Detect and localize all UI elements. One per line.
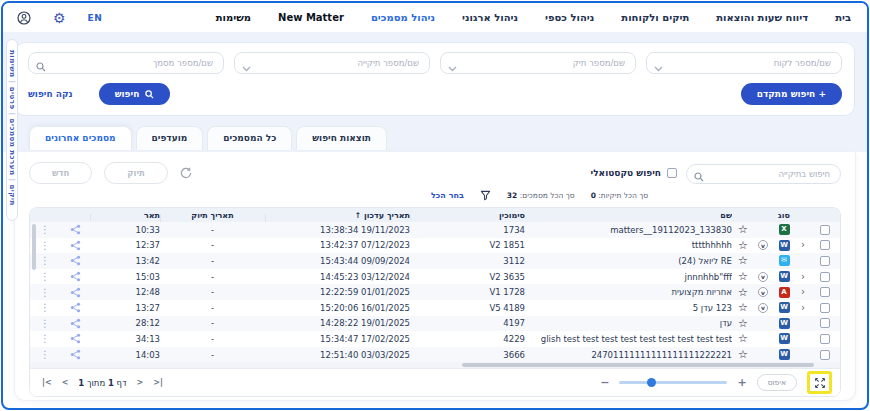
zoom-slider-thumb[interactable] (647, 378, 656, 387)
expand-chevron-icon[interactable]: ‹ (796, 303, 810, 313)
reset-button[interactable]: איפוס (757, 374, 797, 391)
nav-item-3[interactable]: ניהול כספי (545, 12, 594, 23)
row-menu-kebab-icon[interactable]: ⋮ (30, 318, 60, 329)
vertical-scrollbar[interactable] (32, 224, 36, 270)
col-name[interactable]: שם (525, 211, 732, 220)
favorite-star-icon[interactable]: ☆ (732, 318, 754, 329)
nav-item-7[interactable]: משימות (216, 12, 251, 23)
row-checkbox[interactable] (820, 272, 830, 282)
versions-icon[interactable]: v (758, 303, 768, 313)
row-checkbox[interactable] (820, 225, 830, 235)
versions-icon[interactable]: v (758, 272, 768, 282)
share-icon[interactable] (60, 333, 90, 344)
side-tab[interactable]: תיקים (8, 184, 16, 205)
filter-funnel-icon[interactable] (480, 190, 491, 201)
search-submit-button[interactable]: חיפוש (99, 83, 171, 105)
cell-name[interactable]: עדן (525, 318, 732, 328)
table-row[interactable]: ‹Wv☆tttthhhhhV2 185107/12/2023 13:42:37-… (30, 238, 840, 254)
cell-name[interactable]: 123 עדן 5 (525, 303, 732, 313)
cell-name[interactable]: 24701111111111111111222221 (525, 350, 732, 360)
cell-name[interactable]: jnnnhhb"fff (525, 272, 732, 282)
favorite-star-icon[interactable]: ☆ (732, 224, 754, 235)
cell-name[interactable]: RE ליואל (24) (525, 256, 732, 266)
next-page-button[interactable]: > (137, 378, 144, 387)
cell-name[interactable]: tttthhhhh (525, 240, 732, 250)
share-icon[interactable] (60, 255, 90, 266)
row-checkbox[interactable] (820, 240, 830, 250)
row-checkbox[interactable] (820, 350, 830, 360)
side-vertical-tabs[interactable]: תיקים | מערכת מסמכים | פרטים | משימות (6, 39, 18, 221)
nav-item-2[interactable]: תיקים ולקוחות (621, 12, 689, 23)
versions-icon[interactable]: v (758, 287, 768, 297)
folder-search-input[interactable] (686, 164, 841, 184)
favorite-star-icon[interactable]: ☆ (732, 349, 754, 360)
file-document-button[interactable]: תיוק (104, 162, 168, 184)
tab-0[interactable]: תוצאות חיפוש (296, 126, 387, 150)
row-menu-kebab-icon[interactable]: ⋮ (30, 333, 60, 344)
share-icon[interactable] (60, 302, 90, 313)
share-icon[interactable] (60, 224, 90, 235)
row-menu-kebab-icon[interactable]: ⋮ (30, 349, 60, 360)
table-row[interactable]: ‹Wv☆jnnnhhb"fffV2 363503/12/2024 14:45:2… (30, 269, 840, 285)
first-page-button[interactable]: |< (42, 378, 52, 387)
col-filed[interactable]: תאריך תיוק (160, 211, 265, 220)
col-type[interactable]: סוג (772, 211, 796, 220)
favorite-star-icon[interactable]: ☆ (732, 240, 754, 251)
search-input-2[interactable] (234, 52, 430, 74)
favorite-star-icon[interactable]: ☆ (732, 333, 754, 344)
text-search-toggle[interactable]: חיפוש טקסטואלי (590, 168, 677, 178)
search-input-3[interactable] (28, 52, 224, 74)
language-toggle[interactable]: EN (88, 13, 103, 23)
text-search-checkbox[interactable] (667, 168, 677, 178)
favorite-star-icon[interactable]: ☆ (732, 287, 754, 298)
search-input-0[interactable] (646, 52, 842, 74)
nav-item-4[interactable]: ניהול ארגוני (462, 12, 518, 23)
table-row[interactable]: W☆glish test test test test test test te… (30, 331, 840, 347)
share-icon[interactable] (60, 318, 90, 329)
table-row[interactable]: ‹Wv☆123 עדן 5V5 418916/01/2025 15:20:06-… (30, 300, 840, 316)
col-updated[interactable]: תאריך עדכון ↑ (265, 211, 410, 220)
expand-chevron-icon[interactable]: ‹ (796, 240, 810, 250)
search-input-1[interactable] (440, 52, 636, 74)
settings-gear-icon[interactable]: ⚙ (53, 11, 66, 25)
row-checkbox[interactable] (820, 334, 830, 344)
row-checkbox[interactable] (820, 287, 830, 297)
expand-fullscreen-button-highlighted[interactable] (807, 371, 832, 394)
share-icon[interactable] (60, 240, 90, 251)
horizontal-scrollbar[interactable] (30, 362, 840, 368)
row-menu-kebab-icon[interactable]: ⋮ (30, 287, 60, 298)
tab-1[interactable]: כל המסמכים (207, 126, 292, 150)
refresh-icon[interactable] (180, 167, 192, 179)
side-tabs-labels[interactable]: תיקים | מערכת מסמכים | פרטים | משימות (8, 50, 16, 206)
nav-item-5[interactable]: ניהול מסמכים (371, 12, 435, 23)
col-created[interactable]: תאר (90, 211, 160, 220)
table-row[interactable]: X☆matters__19112023_133830173419/11/2023… (30, 222, 840, 238)
cell-name[interactable]: אחריות מקצועית (525, 287, 732, 297)
new-document-button[interactable]: חדש (29, 162, 92, 184)
favorite-star-icon[interactable]: ☆ (732, 255, 754, 266)
row-checkbox[interactable] (820, 256, 830, 266)
last-page-button[interactable]: >| (153, 378, 163, 387)
expand-chevron-icon[interactable]: ‹ (796, 272, 810, 282)
row-checkbox[interactable] (820, 318, 830, 328)
advanced-search-button[interactable]: חיפוש מתקדם + (741, 83, 842, 105)
nav-item-6[interactable]: New Matter (278, 12, 344, 23)
nav-item-1[interactable]: דיווח שעות והוצאות (716, 12, 808, 23)
horizontal-scrollbar-thumb[interactable] (462, 363, 814, 367)
table-row[interactable]: W☆עדן419719/01/2025 14:28:22-28:12⋮ (30, 316, 840, 332)
share-icon[interactable] (60, 349, 90, 360)
tab-2[interactable]: מועדפים (136, 126, 204, 150)
cell-name[interactable]: glish test test test test test test test… (525, 334, 732, 344)
favorite-star-icon[interactable]: ☆ (732, 302, 754, 313)
table-row[interactable]: ‹Av☆אחריות מקצועיתV1 172801/01/2025 12:2… (30, 284, 840, 300)
zoom-slider[interactable] (619, 381, 727, 384)
side-tab[interactable]: מערכת מסמכים (8, 119, 16, 176)
table-row[interactable]: W☆24701111111111111111222221366603/03/20… (30, 347, 840, 363)
nav-item-0[interactable]: בית (835, 12, 851, 23)
zoom-in-button[interactable]: + (737, 377, 746, 388)
col-reference[interactable]: סימוכין (410, 211, 525, 220)
table-row[interactable]: ✉☆RE ליואל (24)311209/09/2024 15:43:44-1… (30, 253, 840, 269)
share-icon[interactable] (60, 287, 90, 298)
expand-chevron-icon[interactable]: ‹ (796, 287, 810, 297)
share-icon[interactable] (60, 271, 90, 282)
